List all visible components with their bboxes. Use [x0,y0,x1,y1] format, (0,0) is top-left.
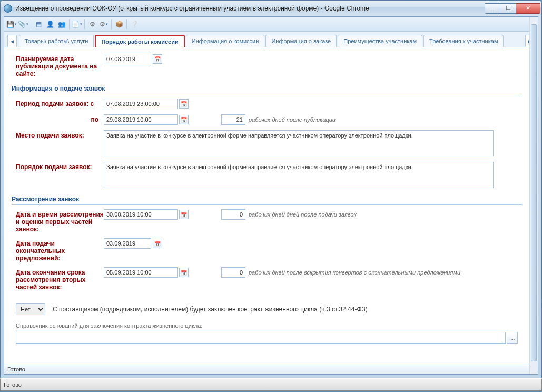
toolbar: 💾▾ 📎▾ ▤ 👤 👥 📄▾ ⚙ ⚙▾ 📦 ❔ [4,17,538,32]
tab-advantages[interactable]: Преимущества участникам [338,35,422,47]
grounds-label: Справочник оснований для заключения конт… [12,322,522,329]
tab-commission-order[interactable]: Порядок работы комиссии [95,35,184,47]
tab-order-info[interactable]: Информация о заказе [265,35,337,47]
review2-label: Дата окончания срока рассмотрения вторых… [12,267,104,291]
period-from-label: Период подачи заявок: с [12,99,104,107]
status-text: Готово [7,366,25,373]
calendar-icon[interactable]: 📅 [153,54,162,64]
window-titlebar: Извещение о проведении ЭОК-ОУ (открытый … [1,1,541,16]
place-label: Место подачи заявок: [12,130,104,139]
tab-scroll-left[interactable]: ◄ [7,35,17,47]
browser-icon [4,4,12,13]
save-icon[interactable]: 💾▾ [6,19,17,30]
planned-pub-label: Планируемая дата публикации документа на… [12,54,104,77]
tabstrip: ◄ Товары\ работы\ услуги Порядок работы … [4,32,538,47]
window-title: Извещение о проведении ЭОК-ОУ (открытый … [15,5,485,12]
grounds-picker-button[interactable]: … [507,332,518,344]
period-to-label: по [12,114,104,123]
taskbar-status: Готово [4,381,22,388]
period-days-input[interactable] [221,114,245,125]
help-icon[interactable]: ❔ [129,19,140,30]
review1-input[interactable] [104,209,178,220]
tab-commission-info[interactable]: Информация о комиссии [186,35,265,47]
review2-days-input[interactable] [221,267,245,278]
form-content: Планируемая дата публикации документа на… [4,47,538,364]
attach-icon[interactable]: 📎▾ [18,19,28,30]
calendar-icon[interactable]: 📅 [179,115,189,124]
lifecycle-contract-select[interactable]: Нет [16,303,45,315]
tab-requirements[interactable]: Требования к участникам [423,35,504,47]
final-input[interactable] [104,238,151,249]
outer-scrollbar[interactable] [529,17,538,374]
close-button[interactable]: ✕ [516,3,540,14]
gear-dd-icon[interactable]: ⚙▾ [98,19,109,30]
person-icon[interactable]: 👤 [45,19,55,30]
section-review: Рассмотрение заявок [12,195,522,205]
tab-goods[interactable]: Товары\ работы\ услуги [19,35,94,47]
maximize-button[interactable]: ☐ [500,3,516,14]
list-icon[interactable]: ▤ [33,19,44,30]
section-submission: Информация о подаче заявок [12,85,522,94]
doc-add-icon[interactable]: 📄▾ [72,19,82,30]
period-from-input[interactable] [104,99,178,109]
calendar-icon[interactable]: 📅 [179,268,189,277]
order-textarea[interactable]: Заявка на участие в конкурсе в электронн… [104,162,494,188]
grounds-input[interactable] [16,332,506,344]
status-bar: Готово [4,364,538,374]
people-icon[interactable]: 👥 [56,19,67,30]
review1-days-input[interactable] [221,209,245,220]
review1-hint: рабочих дней дней после подачи заявок [249,211,357,218]
period-to-input[interactable] [104,114,178,125]
calendar-icon[interactable]: 📅 [153,239,162,248]
review2-input[interactable] [104,267,178,278]
final-label: Дата подачи окончательных предложений: [12,238,104,262]
export-icon[interactable]: 📦 [114,19,124,30]
period-days-hint: рабочих дней после публикации [249,116,336,123]
planned-pub-input[interactable] [104,54,151,64]
gear-icon[interactable]: ⚙ [87,19,97,30]
minimize-button[interactable]: — [485,3,500,14]
order-label: Порядок подачи заявок: [12,162,104,171]
taskbar: Готово [0,378,542,391]
review1-label: Дата и время рассмотрения и оценки первы… [12,209,104,233]
review2-hint: рабочих дней после вскрытия конвертов с … [249,269,460,276]
lifecycle-contract-text: С поставщиком (подрядчиком, исполнителем… [53,306,368,313]
place-textarea[interactable]: Заявка на участие в конкурсе в электронн… [104,130,494,156]
calendar-icon[interactable]: 📅 [179,99,189,109]
calendar-icon[interactable]: 📅 [179,210,189,219]
